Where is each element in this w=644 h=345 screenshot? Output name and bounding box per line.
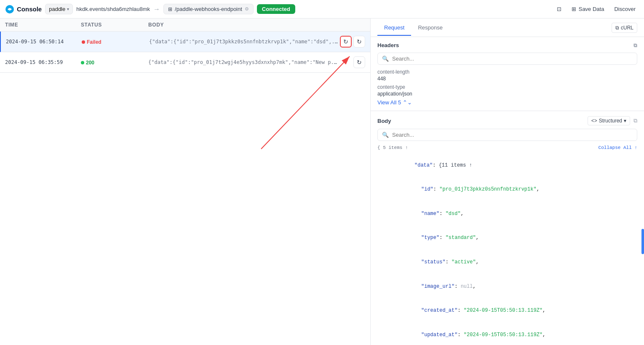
event-url: hkdk.events/shda6mzhlau8mk — [76, 6, 150, 12]
cell-body: {"data":{"id":"pro_01j7t2wgj4e5hyys3dxnx… — [148, 59, 340, 65]
logo-icon — [5, 5, 14, 14]
body-controls: <> Structured ▾ ⧉ — [588, 116, 637, 125]
monitor-icon: ⊡ — [557, 6, 561, 12]
col-time-header: Time — [5, 22, 81, 28]
copy-icon: ⧉ — [615, 25, 619, 31]
chevron-down-icon: ▾ — [67, 7, 69, 11]
right-panel: Request Response ⧉ cURL Headers ⧉ 🔍 cont… — [371, 19, 644, 345]
json-line: "status": "active", — [377, 250, 637, 275]
copy-headers-icon[interactable]: ⧉ — [633, 42, 637, 48]
body-header: Body <> Structured ▾ ⧉ — [371, 111, 644, 129]
json-content: { 5 items ↑ Collapse All ↑ "data": {11 i… — [371, 144, 644, 345]
col-actions-header — [340, 22, 365, 28]
json-line: "name": "dsd", — [377, 202, 637, 226]
json-line: "image_url": null, — [377, 274, 637, 299]
cell-time: 2024-09-15 06:50:14 — [6, 39, 82, 45]
cell-status: 200 — [81, 59, 148, 66]
top-nav: Console paddle ▾ hkdk.events/shda6mzhlau… — [0, 0, 644, 19]
copy-body-icon[interactable]: ⧉ — [633, 117, 637, 124]
structured-button[interactable]: <> Structured ▾ — [588, 116, 630, 125]
resend-button-2[interactable]: ↻ — [353, 56, 365, 68]
resend-button[interactable]: ↻ — [353, 36, 365, 48]
cell-time: 2024-09-15 06:35:59 — [5, 59, 81, 65]
headers-title: Headers ⧉ — [377, 42, 637, 48]
main-layout: Time Status Body 2024-09-15 06:50:14 Fai… — [0, 19, 644, 345]
header-item: content-length 448 — [377, 69, 637, 82]
json-line: "updated_at": "2024-09-15T05:50:13.119Z"… — [377, 323, 637, 345]
headers-search-bar: 🔍 — [377, 53, 637, 65]
cell-body: {"data":{"id":"pro_01j7t3pkkz0s5nnfnbtzk… — [149, 39, 340, 45]
arrow-right-icon: → — [153, 5, 160, 13]
tab-request[interactable]: Request — [377, 20, 411, 36]
headers-section: Headers ⧉ 🔍 content-length 448 content-t… — [371, 37, 644, 111]
col-status-header: Status — [81, 22, 148, 28]
chevron-icon: ⌃⌄ — [403, 99, 412, 106]
chevron-down-icon: ▾ — [624, 118, 626, 124]
endpoint-icon: ⊞ — [168, 6, 172, 12]
view-all-button[interactable]: View All 5 ⌃⌄ — [377, 99, 637, 106]
cell-actions: ↻ — [340, 56, 365, 68]
json-line: "created_at": "2024-09-15T05:50:13.119Z"… — [377, 299, 637, 323]
col-body-header: Body — [148, 22, 340, 28]
status-dot-failed — [82, 40, 85, 44]
discover-button[interactable]: Discover — [611, 4, 639, 14]
settings-icon: ⚙ — [245, 6, 249, 12]
monitor-icon-button[interactable]: ⊡ — [553, 4, 565, 14]
cell-status: Failed — [82, 39, 149, 45]
search-icon-body: 🔍 — [382, 132, 389, 138]
paddle-selector[interactable]: paddle ▾ — [45, 4, 73, 14]
connected-badge: Connected — [257, 4, 295, 14]
body-section: Body <> Structured ▾ ⧉ 🔍 { 5 items ↑ — [371, 111, 644, 345]
save-icon: ⊞ — [572, 6, 576, 12]
save-data-button[interactable]: ⊞ Save Data — [568, 4, 608, 14]
curl-button[interactable]: ⧉ cURL — [612, 23, 637, 33]
app-logo: Console — [5, 5, 42, 14]
headers-search-input[interactable] — [392, 56, 633, 62]
json-meta: { 5 items ↑ Collapse All ↑ — [377, 144, 637, 152]
json-line: "id": "pro_01j7t3pkkz0s5nnfnbtzkrvp1k", — [377, 178, 637, 202]
search-icon: 🔍 — [382, 56, 389, 62]
tabs-bar: Request Response ⧉ cURL — [371, 19, 644, 37]
scrollbar-thumb[interactable] — [641, 229, 644, 254]
status-dot-ok — [81, 61, 84, 64]
table-row[interactable]: 2024-09-15 06:50:14 Failed {"data":{"id"… — [0, 32, 370, 52]
table-header: Time Status Body — [0, 19, 370, 32]
json-line: "type": "standard", — [377, 226, 637, 250]
tab-response[interactable]: Response — [411, 20, 449, 36]
cell-actions: ↻ ↻ — [340, 36, 365, 48]
body-search-input[interactable] — [392, 132, 633, 138]
endpoint-pill[interactable]: ⊞ /paddle-webhooks-endpoint ⚙ — [163, 4, 254, 14]
body-search-bar: 🔍 — [377, 129, 637, 141]
json-line: "data": {11 items ↑ — [377, 154, 637, 178]
retry-button[interactable]: ↻ — [340, 36, 352, 48]
collapse-all-button[interactable]: Collapse All ↑ — [599, 144, 637, 152]
code-icon: <> — [591, 118, 597, 124]
header-item: content-type application/json — [377, 84, 637, 97]
left-panel: Time Status Body 2024-09-15 06:50:14 Fai… — [0, 19, 371, 345]
table-row[interactable]: 2024-09-15 06:35:59 200 {"data":{"id":"p… — [0, 52, 370, 73]
